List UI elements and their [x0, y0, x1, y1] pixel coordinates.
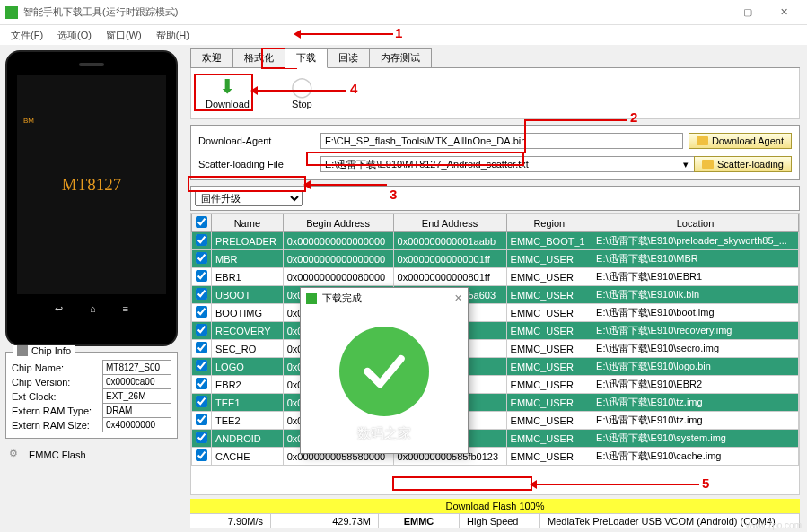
tab-memtest[interactable]: 内存测试: [369, 48, 432, 67]
emmc-flash-row: ⚙ EMMC Flash: [5, 444, 178, 466]
table-row[interactable]: LOGO 0x000... EMMC_USER E:\迅雷下载\E910\log…: [192, 358, 799, 376]
scatter-path-input[interactable]: [320, 156, 696, 172]
cell-name: TEE1: [212, 394, 284, 412]
status-bar: Download Flash 100% 7.90M/s 429.73M EMMC…: [190, 499, 800, 528]
download-icon: ⬇: [219, 77, 235, 97]
tab-welcome[interactable]: 欢迎: [190, 48, 233, 67]
row-checkbox[interactable]: [196, 234, 207, 246]
stop-button-label: Stop: [292, 99, 312, 109]
col-region[interactable]: Region: [506, 214, 592, 232]
cell-region: EMMC_USER: [506, 304, 592, 322]
cell-location: E:\迅雷下载\E910\secro.img: [592, 340, 799, 358]
popup-icon: [306, 293, 317, 304]
cell-region: EMMC_USER: [506, 286, 592, 304]
mode-panel: 固件升级: [190, 186, 800, 211]
cell-name: MBR: [212, 250, 284, 268]
cell-name: CACHE: [212, 448, 284, 466]
phone-speaker: [79, 63, 104, 66]
da-browse-button[interactable]: Download Agent: [689, 133, 792, 149]
row-checkbox[interactable]: [196, 252, 207, 264]
cell-end: 0x000000000001aabb: [393, 232, 506, 250]
cell-begin: 0x0000000000080000: [283, 268, 393, 286]
row-checkbox[interactable]: [196, 306, 207, 318]
download-complete-popup: 下载完成 ✕ 数码之家: [300, 287, 469, 454]
row-checkbox[interactable]: [196, 288, 207, 300]
row-checkbox[interactable]: [196, 432, 207, 443]
row-checkbox[interactable]: [196, 396, 207, 407]
maximize-button[interactable]: ▢: [730, 0, 766, 25]
chip-name-label: Chip Name:: [12, 361, 103, 375]
table-row[interactable]: ANDROID 0x000... EMMC_USER E:\迅雷下载\E910\…: [192, 430, 799, 448]
folder-icon: [702, 160, 714, 169]
row-checkbox[interactable]: [196, 324, 207, 336]
cell-region: EMMC_BOOT_1: [506, 232, 592, 250]
tab-format[interactable]: 格式化: [232, 48, 285, 67]
row-checkbox[interactable]: [196, 360, 207, 371]
cell-region: EMMC_USER: [506, 430, 592, 448]
cell-end: 0x00000000000001ff: [393, 250, 506, 268]
chip-icon: [17, 345, 28, 356]
table-row[interactable]: PRELOADER 0x0000000000000000 0x000000000…: [192, 232, 799, 250]
row-checkbox[interactable]: [196, 378, 207, 389]
partition-table[interactable]: Name Begin Address End Address Region Lo…: [190, 213, 800, 495]
scatter-browse-button[interactable]: Scatter-loading: [694, 156, 792, 172]
tab-readback[interactable]: 回读: [327, 48, 370, 67]
menubar: 文件(F) 选项(O) 窗口(W) 帮助(H): [0, 25, 807, 45]
chip-version-label: Chip Version:: [12, 375, 103, 389]
col-location[interactable]: Location: [592, 214, 799, 232]
col-begin[interactable]: Begin Address: [283, 214, 393, 232]
window-title: 智能手机下载工具(运行时跟踪模式): [23, 5, 694, 19]
table-row[interactable]: TEE1 0x000... EMMC_USER E:\迅雷下载\E910\tz.…: [192, 394, 799, 412]
close-button[interactable]: ✕: [766, 0, 802, 25]
popup-watermark: 数码之家: [301, 425, 468, 442]
mode-select[interactable]: 固件升级: [195, 190, 303, 206]
col-end[interactable]: End Address: [393, 214, 506, 232]
phone-bm-label: BM: [23, 117, 34, 125]
back-icon: ↩: [55, 303, 63, 315]
table-row[interactable]: TEE2 0x000... EMMC_USER E:\迅雷下载\E910\tz.…: [192, 412, 799, 430]
minimize-button[interactable]: ─: [694, 0, 730, 25]
col-name[interactable]: Name: [212, 214, 284, 232]
cell-name: TEE2: [212, 412, 284, 430]
row-checkbox[interactable]: [196, 270, 207, 282]
stop-button[interactable]: ◯ Stop: [284, 75, 320, 111]
table-row[interactable]: MBR 0x0000000000000000 0x00000000000001f…: [192, 250, 799, 268]
table-row[interactable]: RECOVERY 0x000... EMMC_USER E:\迅雷下载\E910…: [192, 322, 799, 340]
row-checkbox[interactable]: [196, 342, 207, 353]
table-header-row: Name Begin Address End Address Region Lo…: [192, 214, 799, 232]
cell-region: EMMC_USER: [506, 322, 592, 340]
cell-region: EMMC_USER: [506, 394, 592, 412]
gear-icon: ⚙: [9, 448, 23, 462]
tab-download[interactable]: 下载: [285, 48, 328, 68]
table-row[interactable]: EBR2 0x000... EMMC_USER E:\迅雷下载\E910\EBR…: [192, 376, 799, 394]
download-button[interactable]: ⬇ Download: [198, 75, 257, 111]
table-row[interactable]: SEC_RO 0x000... EMMC_USER E:\迅雷下载\E910\s…: [192, 340, 799, 358]
table-row[interactable]: CACHE 0x0000000058580000 0x00000000585fb…: [192, 448, 799, 466]
table-row[interactable]: BOOTIMG 0x000... EMMC_USER E:\迅雷下载\E910\…: [192, 304, 799, 322]
da-path-input[interactable]: [320, 133, 683, 149]
cell-region: EMMC_USER: [506, 268, 592, 286]
menu-file[interactable]: 文件(F): [4, 29, 50, 42]
cell-region: EMMC_USER: [506, 376, 592, 394]
cell-location: E:\迅雷下载\E910\logo.bin: [592, 358, 799, 376]
table-row[interactable]: UBOOT 0x0000000001d20000 0x0000000001d5a…: [192, 286, 799, 304]
cell-name: EBR2: [212, 376, 284, 394]
cell-location: E:\迅雷下载\E910\tz.img: [592, 412, 799, 430]
cell-location: E:\迅雷下载\E910\boot.img: [592, 304, 799, 322]
emmc-flash-label: EMMC Flash: [29, 449, 86, 460]
menu-help[interactable]: 帮助(H): [149, 29, 197, 42]
check-all[interactable]: [196, 216, 207, 228]
cell-location: E:\迅雷下载\E910\recovery.img: [592, 322, 799, 340]
menu-window[interactable]: 窗口(W): [99, 29, 149, 42]
scatter-label: Scatter-loading File: [198, 159, 315, 170]
popup-close-button[interactable]: ✕: [454, 292, 462, 304]
row-checkbox[interactable]: [196, 449, 207, 461]
row-checkbox[interactable]: [196, 414, 207, 425]
menu-options[interactable]: 选项(O): [50, 29, 99, 42]
ram-type-value: DRAM: [103, 404, 171, 418]
cell-location: E:\迅雷下载\E910\lk.bin: [592, 286, 799, 304]
table-row[interactable]: EBR1 0x0000000000080000 0x00000000000801…: [192, 268, 799, 286]
ext-clock-value: EXT_26M: [103, 389, 171, 404]
app-icon: [5, 6, 18, 19]
progress-bar: Download Flash 100%: [190, 499, 800, 513]
